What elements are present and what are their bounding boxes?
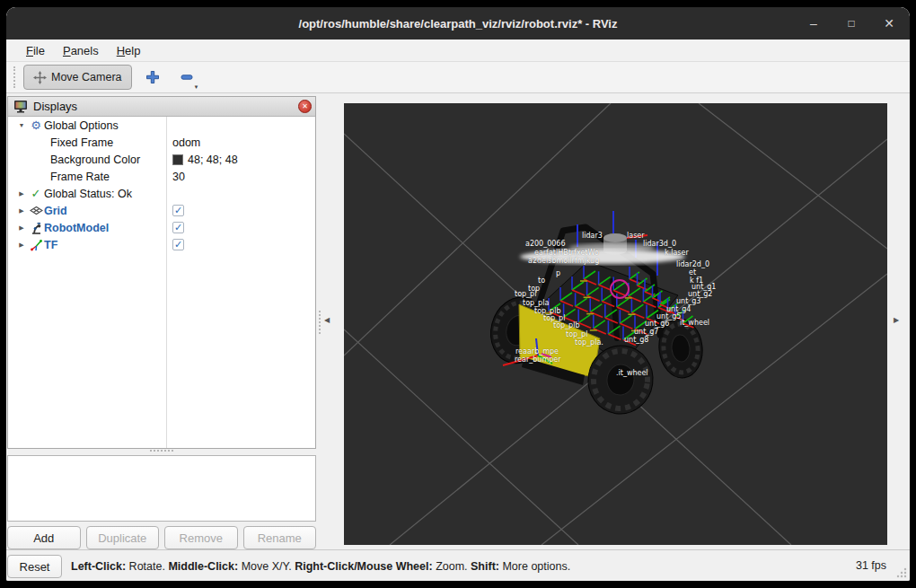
property-name: Frame Rate [8,171,110,183]
tf-frame-label: top_pla. [575,338,603,347]
statusbar: Reset Left-Click: Rotate. Middle-Click: … [6,549,910,581]
collapse-left-icon[interactable]: ◀ [324,316,330,324]
tf-frame-labels: lidar3lasera200_0066lidar3d_0earfatlHBtr… [344,103,887,545]
titlebar: /opt/ros/humble/share/clearpath_viz/rviz… [6,7,910,39]
tf-frame-label: a2deisbmoilrfmjkug [528,257,599,265]
plus-icon [145,70,160,84]
property-value[interactable]: 48; 48; 48 [188,154,238,166]
tree-row-robotmodel[interactable]: ▶ RobotModel ✓ [8,219,315,236]
tree-row-frame-rate[interactable]: Frame Rate 30 [8,168,315,185]
tree-row-tf[interactable]: ▶ TF ✓ [8,236,315,253]
right-splitter[interactable]: ▶ [887,93,909,549]
robotmodel-checkbox[interactable]: ✓ [172,222,184,233]
display-description-box [7,455,316,522]
property-name: Background Color [8,154,140,166]
expander-icon[interactable]: ▶ [15,190,28,197]
gear-icon: ⚙ [28,119,44,131]
tf-frame-label: lidar3d_0 [643,240,676,248]
remove-tool-button[interactable]: ▼ [173,65,200,90]
maximize-icon[interactable]: □ [843,17,859,30]
tf-frame-label: et [689,268,696,276]
minimize-icon[interactable]: – [806,16,822,31]
close-icon[interactable]: ✕ [881,16,897,31]
left-splitter[interactable]: ◀ [316,93,344,549]
property-value[interactable]: 30 [172,171,185,183]
row-label: Grid [44,205,67,217]
menubar: File Panels Help [6,39,910,62]
expander-icon[interactable]: ▶ [15,224,28,232]
color-swatch [172,154,183,165]
row-label: RobotModel [44,222,109,234]
window-title: /opt/ros/humble/share/clearpath_viz/rviz… [299,17,618,31]
property-name: Fixed Frame [8,136,113,149]
tree-row-fixed-frame[interactable]: Fixed Frame odom [8,134,315,151]
3d-viewport[interactable]: lidar3lasera200_0066lidar3d_0earfatlHBtr… [344,103,887,545]
row-label: Global Status: Ok [44,188,132,200]
duplicate-button: Duplicate [86,526,160,549]
tree-row-global-status[interactable]: ▶ ✓ Global Status: Ok [8,185,315,202]
tool-dropdown-caret-icon: ▼ [194,84,199,90]
reset-button[interactable]: Reset [7,555,62,578]
tf-display-icon [28,239,44,251]
minus-icon [180,70,194,84]
rviz-window: /opt/ros/humble/share/clearpath_viz/rviz… [6,7,910,581]
tf-frame-label: top_pl [566,330,587,338]
tree-row-background-color[interactable]: Background Color 48; 48; 48 [8,151,315,168]
tf-frame-label: unt_g8 [624,336,648,344]
tf-frame-label: unt_g7 [634,328,658,336]
tf-frame-label: reaarb_mpe [515,347,559,355]
tf-frame-label: top_pla [523,299,549,307]
row-label: TF [44,239,57,251]
panel-close-icon[interactable]: ✕ [298,100,312,113]
tf-frame-label: lidar3 [582,232,603,240]
robotmodel-display-icon [28,222,44,234]
tf-frame-label: k.laser [665,249,689,257]
expander-icon[interactable]: ▼ [15,122,28,128]
statusbar-help: Left-Click: Rotate. Middle-Click: Move X… [71,560,570,573]
menu-panels[interactable]: Panels [54,42,108,59]
add-tool-button[interactable] [139,65,166,90]
tree-row-grid[interactable]: ▶ Grid ✓ [8,202,315,219]
grid-checkbox[interactable]: ✓ [172,205,184,216]
displays-tree: ▼ ⚙ Global Options Fixed Frame odom Back… [8,117,315,448]
tf-frame-label: rear_bumper [515,355,560,364]
resize-grip[interactable] [894,566,907,578]
expander-icon[interactable]: ▶ [15,207,28,215]
add-button[interactable]: Add [7,526,81,549]
tf-frame-label: laser [627,232,645,240]
tf-frame-label: a200_0066 [525,240,566,248]
expander-icon[interactable]: ▶ [15,241,28,249]
rename-button: Rename [243,526,317,549]
property-value[interactable]: odom [172,136,200,149]
row-label: Global Options [44,119,119,132]
move-camera-button[interactable]: Move Camera [23,65,132,90]
tf-frame-label: to [538,276,545,285]
menu-file[interactable]: File [17,42,54,59]
displays-panel-title: Displays [33,100,298,113]
move-camera-icon [33,71,47,84]
tf-frame-label: earfatlHBtrfxetWo [534,249,599,257]
tf-frame-label: lidar2d_0 [676,260,709,268]
collapse-right-icon[interactable]: ▶ [894,316,899,324]
displays-panel-header[interactable]: Displays ✕ [8,97,315,117]
status-ok-icon: ✓ [28,187,44,200]
move-camera-label: Move Camera [51,71,122,83]
tree-row-global-options[interactable]: ▼ ⚙ Global Options [8,117,315,134]
grid-display-icon [28,206,44,215]
tf-frame-label: unt_g3 [676,297,700,305]
displays-panel: Displays ✕ ▼ ⚙ Global Options Fixed Fram… [7,96,316,449]
toolbar: Move Camera ▼ [6,62,910,93]
fps-counter: 31 fps [856,559,886,572]
tf-frame-label: it_wheel [680,319,709,327]
tf-frame-label: top_pl [515,290,536,298]
menu-help[interactable]: Help [108,42,150,59]
displays-buttons: Add Duplicate Remove Rename [7,526,316,549]
tf-checkbox[interactable]: ✓ [172,239,184,250]
panel-splitter-handle[interactable] [150,450,173,452]
tf-frame-label: top_plb [553,321,580,329]
displays-panel-icon [13,100,28,113]
tf-frame-label: p [556,269,560,277]
remove-button: Remove [164,526,238,549]
splitter-dots [319,311,321,334]
toolbar-handle[interactable] [13,66,19,88]
